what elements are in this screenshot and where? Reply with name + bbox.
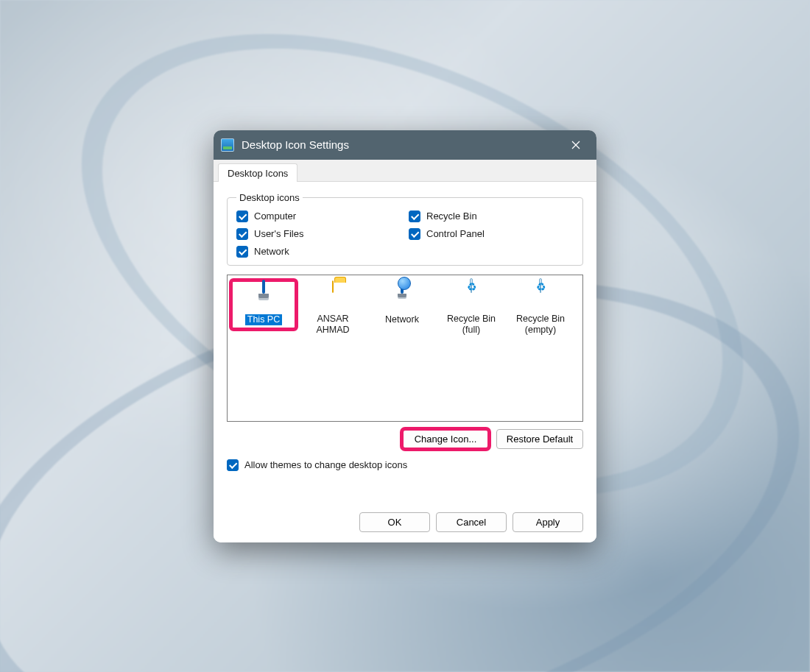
checkbox-icon [236,211,248,222]
checkbox-network[interactable]: Network [236,246,401,258]
icon-item-label: Recycle Bin (full) [438,314,504,336]
desktop-icon-settings-dialog: Desktop Icon Settings Desktop Icons Desk… [214,130,596,542]
checkbox-label: Allow themes to change desktop icons [244,459,407,470]
titlebar[interactable]: Desktop Icon Settings [214,130,596,160]
dialog-content: Desktop icons Computer User's Files [214,182,596,471]
icon-item-recycle-bin-full[interactable]: Recycle Bin (full) [438,280,504,338]
checkbox-label: Control Panel [426,228,485,239]
change-icon-button[interactable]: Change Icon... [402,429,489,449]
this-pc-icon [249,281,278,311]
window-title: Desktop Icon Settings [242,138,560,151]
ok-button[interactable]: OK [359,512,430,532]
cancel-button[interactable]: Cancel [436,512,507,532]
checkbox-users-files[interactable]: User's Files [236,228,401,240]
apply-button[interactable]: Apply [513,512,583,532]
tab-strip: Desktop Icons [214,160,596,182]
icon-item-label: ANSAR AHMAD [300,314,366,336]
icon-preview-list[interactable]: This PC ANSAR AHMAD Network Recycle Bin … [227,275,583,422]
dialog-client: Desktop Icons Desktop icons Computer Use… [214,160,596,542]
checkbox-icon [409,228,420,240]
icon-item-label: Recycle Bin (empty) [507,314,574,336]
checkbox-icon [236,246,248,258]
network-icon [387,281,417,311]
tab-desktop-icons[interactable]: Desktop Icons [218,163,297,182]
desktop-icons-group: Desktop icons Computer User's Files [227,192,583,266]
checkbox-control-panel[interactable]: Control Panel [409,228,574,240]
icon-item-label: This PC [245,314,282,326]
checkbox-computer[interactable]: Computer [236,211,401,222]
checkbox-label: User's Files [254,228,304,239]
group-legend: Desktop icons [236,192,303,203]
checkbox-icon [227,459,239,471]
icon-item-this-pc[interactable]: This PC [230,280,297,330]
checkbox-label: Network [254,246,289,257]
close-icon [571,141,580,149]
recycle-bin-full-icon [457,281,486,311]
app-icon [221,138,234,152]
checkbox-allow-themes[interactable]: Allow themes to change desktop icons [227,459,583,471]
checkbox-icon [236,228,248,240]
close-button[interactable] [560,130,592,160]
checkbox-label: Recycle Bin [426,211,477,222]
icon-item-recycle-bin-empty[interactable]: Recycle Bin (empty) [507,280,574,338]
icon-item-network[interactable]: Network [369,280,435,328]
recycle-bin-empty-icon [526,281,555,311]
checkbox-label: Computer [254,211,296,222]
dialog-footer: OK Cancel Apply [214,512,596,532]
icon-item-label: Network [383,314,421,326]
user-folder-icon [318,281,348,311]
restore-default-button[interactable]: Restore Default [496,429,583,449]
icon-item-user-folder[interactable]: ANSAR AHMAD [300,280,366,338]
checkbox-icon [409,211,420,222]
checkbox-recycle-bin[interactable]: Recycle Bin [409,211,574,222]
